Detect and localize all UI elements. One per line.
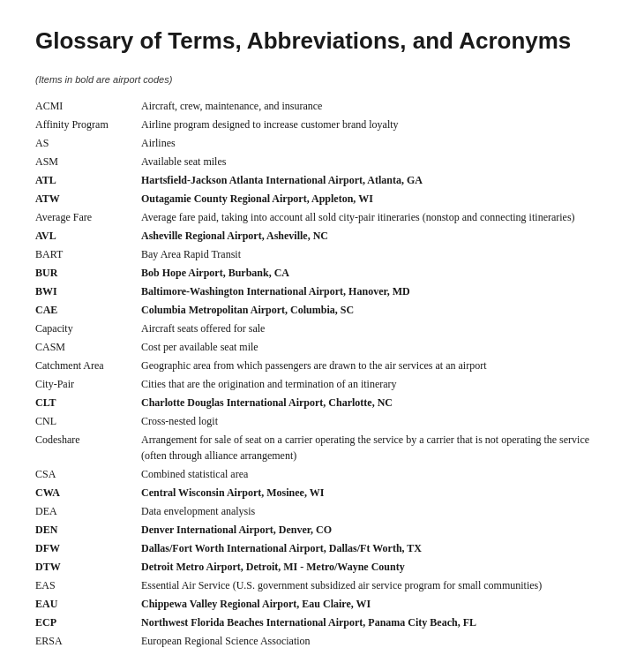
term-cell: CWA xyxy=(35,484,141,502)
definition-cell: Baltimore-Washington International Airpo… xyxy=(141,283,609,301)
term-cell: ATL xyxy=(35,171,141,190)
term-cell: DEA xyxy=(35,502,141,521)
table-row: EAUChippewa Valley Regional Airport, Eau… xyxy=(35,595,609,614)
term-cell: City-Pair xyxy=(35,375,141,394)
table-row: ASAirlines xyxy=(35,134,609,153)
definition-cell: Arrangement for sale of seat on a carrie… xyxy=(141,431,609,465)
definition-cell: Hartsfield-Jackson Atlanta International… xyxy=(141,171,609,190)
term-cell: DFW xyxy=(35,539,141,558)
table-row: CodeshareArrangement for sale of seat on… xyxy=(35,431,609,465)
term-cell: Codeshare xyxy=(35,431,141,465)
definition-cell: Geographic area from which passengers ar… xyxy=(141,357,609,375)
definition-cell: Central Wisconsin Airport, Mosinee, WI xyxy=(141,484,609,502)
term-cell: AS xyxy=(35,134,141,153)
table-row: ATLHartsfield-Jackson Atlanta Internatio… xyxy=(35,171,609,190)
definition-cell: Chippewa Valley Regional Airport, Eau Cl… xyxy=(141,595,609,614)
term-cell: ACMI xyxy=(35,97,141,116)
term-cell: ATW xyxy=(35,190,141,208)
definition-cell: Asheville Regional Airport, Asheville, N… xyxy=(141,227,609,245)
definition-cell: Cost per available seat mile xyxy=(141,338,609,357)
table-row: CLTCharlotte Douglas International Airpo… xyxy=(35,394,609,412)
subtitle: (Items in bold are airport codes) xyxy=(35,74,609,85)
definition-cell: Average fare paid, taking into account a… xyxy=(141,208,609,227)
term-cell: BUR xyxy=(35,264,141,283)
definition-cell: Airline program designed to increase cus… xyxy=(141,116,609,134)
table-row: DFWDallas/Fort Worth International Airpo… xyxy=(35,539,609,558)
definition-cell: Northwest Florida Beaches International … xyxy=(141,614,609,632)
table-row: CSACombined statistical area xyxy=(35,465,609,484)
term-cell: Average Fare xyxy=(35,208,141,227)
table-row: ASMAvailable seat miles xyxy=(35,153,609,171)
term-cell: ECP xyxy=(35,614,141,632)
definition-cell: Available seat miles xyxy=(141,153,609,171)
definition-cell: Combined statistical area xyxy=(141,465,609,484)
term-cell: BWI xyxy=(35,283,141,301)
term-cell: DTW xyxy=(35,558,141,576)
page-title: Glossary of Terms, Abbreviations, and Ac… xyxy=(35,26,609,57)
table-row: DEAData envelopment analysis xyxy=(35,502,609,521)
table-row: Affinity ProgramAirline program designed… xyxy=(35,116,609,134)
table-row: CNLCross-nested logit xyxy=(35,412,609,431)
term-cell: EAU xyxy=(35,595,141,614)
table-row: CAEColumbia Metropolitan Airport, Columb… xyxy=(35,301,609,320)
definition-cell: Cross-nested logit xyxy=(141,412,609,431)
term-cell: AVL xyxy=(35,227,141,245)
definition-cell: Denver International Airport, Denver, CO xyxy=(141,521,609,539)
table-row: ATWOutagamie County Regional Airport, Ap… xyxy=(35,190,609,208)
definition-cell: Columbia Metropolitan Airport, Columbia,… xyxy=(141,301,609,320)
table-row: ECPNorthwest Florida Beaches Internation… xyxy=(35,614,609,632)
definition-cell: Dallas/Fort Worth International Airport,… xyxy=(141,539,609,558)
table-row: DTWDetroit Metro Airport, Detroit, MI - … xyxy=(35,558,609,576)
definition-cell: Aircraft seats offered for sale xyxy=(141,320,609,338)
table-row: DENDenver International Airport, Denver,… xyxy=(35,521,609,539)
term-cell: EAS xyxy=(35,576,141,595)
table-row: BURBob Hope Airport, Burbank, CA xyxy=(35,264,609,283)
definition-cell: Bob Hope Airport, Burbank, CA xyxy=(141,264,609,283)
table-row: Catchment AreaGeographic area from which… xyxy=(35,357,609,375)
term-cell: ASM xyxy=(35,153,141,171)
definition-cell: Detroit Metro Airport, Detroit, MI - Met… xyxy=(141,558,609,576)
table-row: EASEssential Air Service (U.S. governmen… xyxy=(35,576,609,595)
definition-cell: Bay Area Rapid Transit xyxy=(141,245,609,264)
table-row: CWACentral Wisconsin Airport, Mosinee, W… xyxy=(35,484,609,502)
term-cell: CAE xyxy=(35,301,141,320)
term-cell: CASM xyxy=(35,338,141,357)
definition-cell: Essential Air Service (U.S. government s… xyxy=(141,576,609,595)
term-cell: ERSA xyxy=(35,632,141,648)
table-row: AVLAsheville Regional Airport, Asheville… xyxy=(35,227,609,245)
term-cell: CSA xyxy=(35,465,141,484)
table-row: CapacityAircraft seats offered for sale xyxy=(35,320,609,338)
table-row: BWIBaltimore-Washington International Ai… xyxy=(35,283,609,301)
term-cell: Affinity Program xyxy=(35,116,141,134)
definition-cell: Outagamie County Regional Airport, Apple… xyxy=(141,190,609,208)
table-row: ACMIAircraft, crew, maintenance, and ins… xyxy=(35,97,609,116)
definition-cell: Airlines xyxy=(141,134,609,153)
term-cell: CLT xyxy=(35,394,141,412)
term-cell: Capacity xyxy=(35,320,141,338)
definition-cell: European Regional Science Association xyxy=(141,632,609,648)
table-row: BARTBay Area Rapid Transit xyxy=(35,245,609,264)
definition-cell: Cities that are the origination and term… xyxy=(141,375,609,394)
term-cell: BART xyxy=(35,245,141,264)
table-row: ERSAEuropean Regional Science Associatio… xyxy=(35,632,609,648)
table-row: CASMCost per available seat mile xyxy=(35,338,609,357)
term-cell: Catchment Area xyxy=(35,357,141,375)
table-row: City-PairCities that are the origination… xyxy=(35,375,609,394)
term-cell: CNL xyxy=(35,412,141,431)
definition-cell: Charlotte Douglas International Airport,… xyxy=(141,394,609,412)
term-cell: DEN xyxy=(35,521,141,539)
definition-cell: Aircraft, crew, maintenance, and insuran… xyxy=(141,97,609,116)
glossary-table: ACMIAircraft, crew, maintenance, and ins… xyxy=(35,97,609,648)
definition-cell: Data envelopment analysis xyxy=(141,502,609,521)
table-row: Average FareAverage fare paid, taking in… xyxy=(35,208,609,227)
